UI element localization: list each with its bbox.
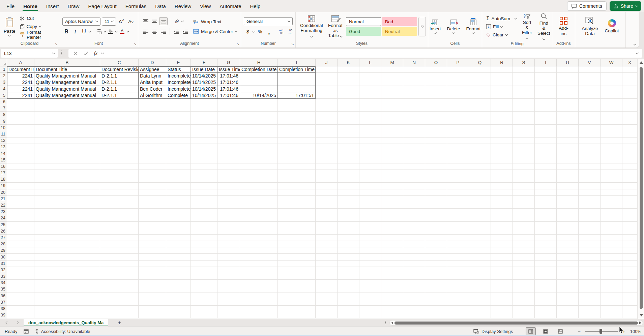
cell-M5[interactable] <box>381 92 403 99</box>
comma-style-button[interactable]: , <box>265 28 273 36</box>
cell-M14[interactable] <box>381 150 403 157</box>
cell-G32[interactable] <box>217 267 240 273</box>
cell-I2[interactable] <box>278 73 316 79</box>
ribbon-tab-review[interactable]: Review <box>170 0 196 12</box>
cell-F33[interactable] <box>191 273 217 280</box>
zoom-level[interactable]: 100% <box>630 329 641 334</box>
ribbon-tab-data[interactable]: Data <box>151 0 170 12</box>
cell-R24[interactable] <box>491 215 513 221</box>
cell-S2[interactable] <box>513 73 535 79</box>
cell-Q18[interactable] <box>469 176 491 183</box>
cell-N2[interactable] <box>403 73 425 79</box>
cell-K28[interactable] <box>338 241 359 247</box>
cell-U6[interactable] <box>557 99 579 105</box>
cell-D13[interactable] <box>139 144 166 150</box>
row-header-2[interactable]: 2 <box>0 73 7 79</box>
cell-B34[interactable] <box>34 280 100 286</box>
cell-style-bad[interactable]: Bad <box>382 17 417 26</box>
cell-T39[interactable] <box>535 312 557 318</box>
cell-U18[interactable] <box>557 176 579 183</box>
cell-U15[interactable] <box>557 157 579 163</box>
cell-J25[interactable] <box>316 222 338 228</box>
cell-J20[interactable] <box>316 189 338 196</box>
cell-M21[interactable] <box>381 196 403 202</box>
cell-S39[interactable] <box>513 312 535 318</box>
cell-D5[interactable]: Al Gorithm <box>139 92 166 99</box>
cell-O13[interactable] <box>425 144 447 150</box>
row-header-11[interactable]: 11 <box>0 131 7 138</box>
cell-J3[interactable] <box>316 79 338 86</box>
cell-S12[interactable] <box>513 138 535 144</box>
cell-Q8[interactable] <box>469 112 491 118</box>
cell-M9[interactable] <box>381 118 403 125</box>
cell-P34[interactable] <box>447 280 469 286</box>
cell-M15[interactable] <box>381 157 403 163</box>
italic-button[interactable]: I <box>71 28 79 36</box>
cell-X4[interactable] <box>622 86 637 92</box>
cell-C32[interactable] <box>100 267 139 273</box>
cell-D22[interactable] <box>139 202 166 209</box>
cell-L12[interactable] <box>359 138 381 144</box>
cell-K20[interactable] <box>338 189 359 196</box>
cell-J39[interactable] <box>316 312 338 318</box>
cell-P18[interactable] <box>447 176 469 183</box>
cell-U16[interactable] <box>557 163 579 170</box>
cell-P14[interactable] <box>447 150 469 157</box>
cell-L19[interactable] <box>359 183 381 189</box>
wrap-text-button[interactable]: ab Wrap Text <box>192 18 223 25</box>
cell-V26[interactable] <box>579 228 601 235</box>
cell-V4[interactable] <box>579 86 601 92</box>
cell-T1[interactable] <box>535 66 557 73</box>
cell-O14[interactable] <box>425 150 447 157</box>
cell-O39[interactable] <box>425 312 447 318</box>
cell-A4[interactable]: 2241 <box>7 86 34 92</box>
cell-D17[interactable] <box>139 170 166 176</box>
cell-H29[interactable] <box>240 247 278 254</box>
align-center-button[interactable] <box>150 28 158 36</box>
cell-U27[interactable] <box>557 235 579 241</box>
cell-C20[interactable] <box>100 189 139 196</box>
cell-M36[interactable] <box>381 293 403 299</box>
cell-S3[interactable] <box>513 79 535 86</box>
cell-Q5[interactable] <box>469 92 491 99</box>
cell-R33[interactable] <box>491 273 513 280</box>
cell-E28[interactable] <box>166 241 191 247</box>
cell-L32[interactable] <box>359 267 381 273</box>
cell-C27[interactable] <box>100 235 139 241</box>
cell-B10[interactable] <box>34 125 100 131</box>
cell-W7[interactable] <box>601 105 622 112</box>
cell-C25[interactable] <box>100 222 139 228</box>
cell-B28[interactable] <box>34 241 100 247</box>
cell-S17[interactable] <box>513 170 535 176</box>
cell-V28[interactable] <box>579 241 601 247</box>
cell-T8[interactable] <box>535 112 557 118</box>
cell-U10[interactable] <box>557 125 579 131</box>
cell-I27[interactable] <box>278 235 316 241</box>
cell-W5[interactable] <box>601 92 622 99</box>
cell-M37[interactable] <box>381 299 403 306</box>
cell-J32[interactable] <box>316 267 338 273</box>
cell-P22[interactable] <box>447 202 469 209</box>
cell-E35[interactable] <box>166 286 191 293</box>
cell-J2[interactable] <box>316 73 338 79</box>
cell-H34[interactable] <box>240 280 278 286</box>
cell-L6[interactable] <box>359 99 381 105</box>
cell-C24[interactable] <box>100 215 139 221</box>
cell-style-normal[interactable]: Normal <box>346 17 381 26</box>
cell-H35[interactable] <box>240 286 278 293</box>
cell-M31[interactable] <box>381 261 403 267</box>
cell-C6[interactable] <box>100 99 139 105</box>
cell-K3[interactable] <box>338 79 359 86</box>
cell-D12[interactable] <box>139 138 166 144</box>
cell-N5[interactable] <box>403 92 425 99</box>
cell-S37[interactable] <box>513 299 535 306</box>
cell-W17[interactable] <box>601 170 622 176</box>
cell-N27[interactable] <box>403 235 425 241</box>
cell-G13[interactable] <box>217 144 240 150</box>
cell-X30[interactable] <box>622 254 637 260</box>
cell-U21[interactable] <box>557 196 579 202</box>
cell-E34[interactable] <box>166 280 191 286</box>
cell-A26[interactable] <box>7 228 34 235</box>
cell-B8[interactable] <box>34 112 100 118</box>
cell-G2[interactable]: 17:01:46 <box>217 73 240 79</box>
